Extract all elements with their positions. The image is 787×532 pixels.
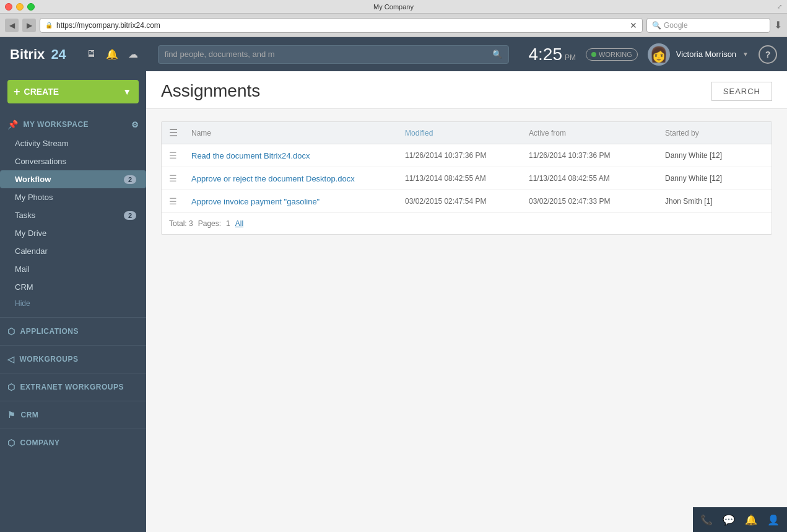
browser-search-bar[interactable]: 🔍 Google — [646, 18, 770, 33]
phone-icon[interactable]: 📞 — [700, 514, 713, 526]
row-name[interactable]: Read the document Bitrix24.docx — [191, 151, 405, 160]
browser-search-icon: 🔍 — [652, 21, 661, 30]
divider-5 — [0, 429, 146, 429]
row-name[interactable]: Approve invoice payment "gasoline" — [191, 197, 405, 206]
url-bar[interactable]: 🔒 https://mycompany.bitrix24.com ✕ — [40, 18, 643, 33]
crm-ws-label: CRM — [15, 282, 33, 292]
user-icon[interactable]: 👤 — [767, 514, 780, 526]
hide-link[interactable]: Hide — [0, 296, 146, 311]
sidebar: + CREATE ▼ 📌 MY WORKSPACE ⚙ Activity Str… — [0, 71, 146, 532]
row-menu-icon: ☰ — [169, 173, 191, 183]
divider-2 — [0, 345, 146, 346]
global-search-text: find people, documents, and m — [165, 50, 487, 59]
back-button[interactable]: ◀ — [5, 19, 19, 32]
minimize-button[interactable] — [16, 3, 24, 11]
row-active-from: 03/02/2015 02:47:33 PM — [529, 197, 665, 206]
content-area: Assignments SEARCH ☰ Name Modified Activ… — [146, 71, 787, 532]
active-from-column-header[interactable]: Active from — [529, 129, 665, 137]
user-section[interactable]: 👩 Victoria Morrison ▼ — [648, 43, 749, 66]
settings-icon[interactable]: ⚙ — [131, 120, 139, 129]
create-button[interactable]: + CREATE ▼ — [7, 80, 139, 103]
sidebar-item-conversations[interactable]: Conversations — [0, 152, 146, 170]
crm-header[interactable]: ⚑ CRM — [0, 405, 146, 425]
assignments-table: ☰ Name Modified Active from Started by ☰… — [161, 121, 772, 235]
help-label: ? — [765, 50, 771, 59]
table-row[interactable]: ☰ Approve or reject the document Desktop… — [162, 167, 772, 190]
sidebar-item-my-photos[interactable]: My Photos — [0, 188, 146, 206]
download-icon[interactable]: ⬇ — [774, 19, 782, 31]
avatar-img: 👩 — [650, 46, 668, 63]
notification-icon[interactable]: 🔔 — [745, 514, 757, 526]
row-started-by: Danny White [12] — [665, 151, 764, 160]
content-header: Assignments SEARCH — [146, 71, 787, 109]
avatar: 👩 — [648, 43, 670, 66]
company-icon: ⬡ — [7, 438, 15, 448]
working-badge[interactable]: WORKING — [586, 48, 638, 61]
workflow-badge: 2 — [124, 175, 136, 184]
page-title: Assignments — [161, 81, 260, 101]
divider-1 — [0, 317, 146, 318]
forward-button[interactable]: ▶ — [22, 19, 36, 32]
app-header: Bitrix 24 🖥 🔔 ☁ find people, documents, … — [0, 37, 787, 71]
time-value: 4:25 — [529, 45, 563, 64]
sidebar-item-activity-stream[interactable]: Activity Stream — [0, 134, 146, 152]
create-chevron-icon: ▼ — [123, 87, 131, 97]
my-drive-label: My Drive — [15, 229, 46, 238]
row-started-by: Jhon Smith [1] — [665, 197, 764, 206]
started-by-column-header[interactable]: Started by — [665, 129, 764, 137]
company-label: COMPANY — [20, 438, 60, 447]
table-row[interactable]: ☰ Read the document Bitrix24.docx 11/26/… — [162, 144, 772, 167]
my-workspace-header[interactable]: 📌 MY WORKSPACE ⚙ — [0, 115, 146, 134]
global-search-bar[interactable]: find people, documents, and m 🔍 — [158, 45, 509, 64]
time-suffix: PM — [565, 53, 576, 62]
modified-column-header[interactable]: Modified — [405, 129, 529, 137]
row-name[interactable]: Approve or reject the document Desktop.d… — [191, 174, 405, 183]
workgroups-icon: ◁ — [7, 354, 15, 364]
lock-icon: 🔒 — [45, 22, 53, 28]
url-text: https://mycompany.bitrix24.com — [56, 21, 160, 30]
divider-4 — [0, 401, 146, 401]
resize-icon: ⤢ — [777, 3, 782, 10]
my-photos-label: My Photos — [15, 193, 53, 202]
company-header[interactable]: ⬡ COMPANY — [0, 433, 146, 453]
search-button[interactable]: SEARCH — [711, 82, 772, 101]
workgroups-header[interactable]: ◁ WORKGROUPS — [0, 349, 146, 369]
sidebar-item-mail[interactable]: Mail — [0, 260, 146, 278]
monitor-icon[interactable]: 🖥 — [86, 48, 96, 60]
table-header: ☰ Name Modified Active from Started by — [162, 122, 772, 144]
extranet-label: EXTRANET WORKGROUPS — [20, 383, 124, 391]
divider-3 — [0, 373, 146, 373]
working-label: WORKING — [599, 51, 632, 58]
sidebar-item-my-drive[interactable]: My Drive — [0, 224, 146, 242]
sidebar-item-crm-ws[interactable]: CRM — [0, 278, 146, 296]
close-button[interactable] — [5, 3, 12, 11]
reload-button[interactable]: ✕ — [630, 20, 637, 30]
row-menu-icon: ☰ — [169, 150, 191, 160]
sidebar-item-calendar[interactable]: Calendar — [0, 242, 146, 260]
conversations-label: Conversations — [15, 157, 66, 166]
workflow-label: Workflow — [15, 175, 51, 184]
main-layout: + CREATE ▼ 📌 MY WORKSPACE ⚙ Activity Str… — [0, 71, 787, 532]
chat-icon[interactable]: 💬 — [723, 514, 735, 526]
row-modified: 11/13/2014 08:42:55 AM — [405, 174, 529, 183]
menu-column-header[interactable]: ☰ — [169, 127, 191, 139]
all-pages-link[interactable]: All — [235, 219, 243, 228]
row-modified: 11/26/2014 10:37:36 PM — [405, 151, 529, 160]
logo[interactable]: Bitrix 24 — [10, 46, 66, 63]
maximize-button[interactable] — [27, 3, 35, 11]
crm-icon: ⚑ — [7, 410, 16, 420]
cloud-icon[interactable]: ☁ — [128, 48, 138, 60]
name-column-header[interactable]: Name — [191, 129, 405, 137]
working-dot — [591, 52, 596, 57]
extranet-header[interactable]: ⬡ EXTRANET WORKGROUPS — [0, 377, 146, 397]
row-started-by: Danny White [12] — [665, 174, 764, 183]
calendar-label: Calendar — [15, 246, 48, 256]
content-body: ☰ Name Modified Active from Started by ☰… — [146, 109, 787, 532]
applications-header[interactable]: ⬡ APPLICATIONS — [0, 321, 146, 341]
sidebar-item-workflow[interactable]: Workflow 2 — [0, 170, 146, 188]
bell-icon[interactable]: 🔔 — [106, 48, 118, 60]
sidebar-item-tasks[interactable]: Tasks 2 — [0, 206, 146, 224]
help-button[interactable]: ? — [759, 45, 777, 64]
table-row[interactable]: ☰ Approve invoice payment "gasoline" 03/… — [162, 190, 772, 213]
row-menu-icon: ☰ — [169, 196, 191, 206]
